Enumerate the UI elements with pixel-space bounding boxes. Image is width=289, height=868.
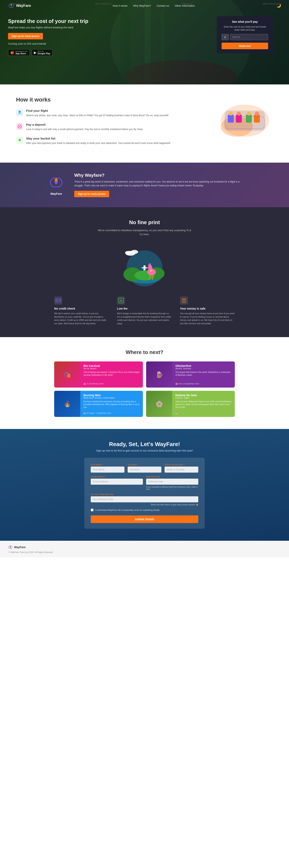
- dest-rio-date: 📅 21-26 February 2020: [83, 383, 140, 385]
- dest-burning-title: Burning Man: [83, 394, 140, 397]
- destination-rio[interactable]: 🎭 Rio Carnival Rio de Janeiro Full of Sa…: [54, 362, 143, 388]
- step-1-desc: Search any airline, any route, any class…: [26, 114, 169, 117]
- how-it-works-section: How it works Find your flight Search any…: [0, 85, 289, 163]
- dest-nabana-date: 📅: [175, 412, 231, 414]
- why-wayfare-cta-button[interactable]: Sign up for early access: [74, 191, 109, 197]
- feature-money-safe-desc: You can get all your money back at any t…: [180, 312, 235, 325]
- dest-rio-title: Rio Carnival: [83, 364, 140, 368]
- first-name-group: First Name *: [91, 463, 124, 473]
- email-input[interactable]: [91, 478, 143, 485]
- feature-low-fee: % Low fee We'll charge a reasonable fee …: [117, 297, 172, 325]
- svg-rect-41: [56, 300, 61, 301]
- calendar-icon: 📅: [83, 383, 86, 385]
- email-group: Email Address *: [91, 475, 143, 490]
- footer-link-other[interactable]: Other information: [262, 2, 281, 5]
- country-select[interactable]: Select a Country: [165, 467, 198, 473]
- google-play-badge[interactable]: ▶ Get it on Google Play: [32, 49, 52, 56]
- svg-point-37: [131, 250, 138, 254]
- feature-no-credit-desc: We don't search your credit history or p…: [54, 312, 109, 325]
- svg-rect-19: [246, 115, 252, 123]
- footer-copyright: © WayFare Travel Ltd, 2019. All Rights R…: [8, 551, 281, 553]
- step-1-text: Find your flight Search any airline, any…: [26, 109, 169, 117]
- footer-link-why[interactable]: Why WayFare?: [95, 2, 112, 5]
- dest-nabana-title: Nabana No Sato: [175, 394, 231, 397]
- dest-nabana-desc: Open all year, Nabana No Sato is one of …: [175, 400, 231, 409]
- dest-burning-date: 📅 25 August - 4 September 2019: [83, 412, 140, 414]
- svg-point-48: [10, 547, 11, 548]
- dest-oktoberfest-desc: The largest folk festival in the world. …: [175, 371, 231, 376]
- marketing-checkbox[interactable]: [91, 508, 94, 512]
- why-wayfare-heading: Why Wayfare?: [74, 173, 241, 178]
- country-group: Where do you live? * Select a Country: [165, 463, 198, 473]
- calendar-icon-3: 📅: [83, 412, 86, 414]
- how-it-works-illustration: [217, 96, 273, 137]
- step-1-icon: [16, 109, 23, 116]
- app-store-badge[interactable]: 🍎 Download on the App Store: [8, 49, 30, 56]
- dest-burning-content: Burning Man Black Rock, Nevada, United S…: [80, 391, 143, 417]
- store-badges: 🍎 Download on the App Store ▶ Get it on …: [8, 49, 92, 56]
- footer-top: WayFare How it works Why WayFare? Contac…: [8, 545, 281, 550]
- step-3-desc: After your last payment your ticket is r…: [26, 141, 170, 145]
- calc-submit-button[interactable]: Show me!: [222, 42, 268, 49]
- form-row-email: Email Address * Referral Code If you rec…: [91, 475, 198, 490]
- feature-no-credit-check: No credit check We don't search your cre…: [54, 297, 109, 325]
- surname-label: Surname *: [128, 463, 161, 466]
- calc-input-row: £: [222, 34, 268, 40]
- app-store-text: Download on the App Store: [15, 51, 28, 55]
- dest-oktoberfest-title: Oktoberfest: [175, 364, 231, 368]
- form-row-name: First Name * Surname * Where do you live…: [91, 463, 198, 473]
- destination-nabana[interactable]: 🌸 Nabana No Sato Kuwano, Japan Open all …: [146, 391, 235, 417]
- footer-nav: How it works Why WayFare? Contact us Oth…: [4, 0, 289, 8]
- dest-burning-desc: Far from a festival the temporary city h…: [83, 400, 140, 409]
- hero-cta-button[interactable]: Sign up for early access: [8, 33, 43, 39]
- hero-section: Spread the cost of your next trip WayFar…: [0, 0, 289, 85]
- own-referral-input[interactable]: [91, 496, 198, 502]
- footer-link-how[interactable]: How it works: [12, 2, 26, 5]
- footer-link-contact[interactable]: Contact us: [181, 2, 193, 5]
- dest-oktoberfest-location: Munich, Germany: [175, 368, 231, 370]
- referral-input[interactable]: [146, 478, 198, 485]
- destination-oktoberfest[interactable]: 🍺 Oktoberfest Munich, Germany The larges…: [146, 362, 235, 388]
- calc-title: See what you'll pay: [222, 20, 268, 23]
- destination-burning-man[interactable]: 🔥 Burning Man Black Rock, Nevada, United…: [54, 391, 143, 417]
- surname-input[interactable]: [128, 467, 161, 473]
- svg-rect-31: [142, 267, 147, 268]
- first-name-input[interactable]: [91, 467, 124, 473]
- how-it-works-content: How it works Find your flight Search any…: [16, 96, 205, 151]
- first-name-label: First Name *: [91, 463, 124, 466]
- hero-subtext: WayFare helps you buy flights without br…: [8, 26, 92, 29]
- hero-heading: Spread the cost of your next trip: [8, 18, 92, 24]
- google-play-text: Get it on Google Play: [38, 51, 50, 55]
- svg-point-24: [55, 181, 58, 184]
- svg-point-22: [255, 112, 259, 116]
- step-2: Pay a deposit Lock in today's cost with …: [16, 123, 205, 131]
- how-it-works-heading: How it works: [16, 96, 205, 103]
- step-1-title: Find your flight: [26, 109, 169, 112]
- country-label: Where do you live? *: [165, 463, 198, 466]
- signup-form: First Name * Surname * Where do you live…: [84, 458, 205, 529]
- no-fine-print-description: We're committed to relentless transparen…: [96, 228, 193, 236]
- submit-button[interactable]: Submit Details: [91, 516, 198, 523]
- step-2-title: Pay a deposit: [26, 123, 143, 126]
- svg-rect-17: [236, 115, 242, 123]
- no-fine-print-heading: No fine print: [16, 219, 273, 225]
- calc-currency-symbol: £: [222, 34, 229, 40]
- feature-money-safe-title: Your money is safe: [180, 307, 235, 310]
- why-logo-label: WayFare: [48, 192, 64, 195]
- svg-point-47: [183, 300, 185, 302]
- svg-text:%: %: [120, 299, 122, 302]
- step-3-text: Slay your bucket list After your last pa…: [26, 137, 170, 145]
- svg-rect-9: [16, 123, 23, 130]
- destinations-grid: 🎭 Rio Carnival Rio de Janeiro Full of Sa…: [54, 362, 235, 417]
- calc-amount-input[interactable]: [230, 34, 268, 40]
- svg-point-38: [125, 251, 131, 254]
- google-play-icon: ▶: [34, 51, 36, 55]
- why-wayfare-body: There's a great big world of adventure, …: [74, 180, 241, 188]
- dest-rio-desc: Full of Samba and sequins, Carnival in R…: [83, 371, 140, 376]
- dest-nabana-content: Nabana No Sato Kuwano, Japan Open all ye…: [172, 391, 235, 417]
- step-3-icon: [16, 137, 23, 144]
- calendar-icon-2: 📅: [175, 383, 178, 385]
- cta-subtext: Sign up now to be first to gain access t…: [96, 449, 193, 452]
- dest-nabana-location: Kuwano, Japan: [175, 397, 231, 399]
- cta-heading: Ready, Set, Let's WayFare!: [109, 441, 180, 447]
